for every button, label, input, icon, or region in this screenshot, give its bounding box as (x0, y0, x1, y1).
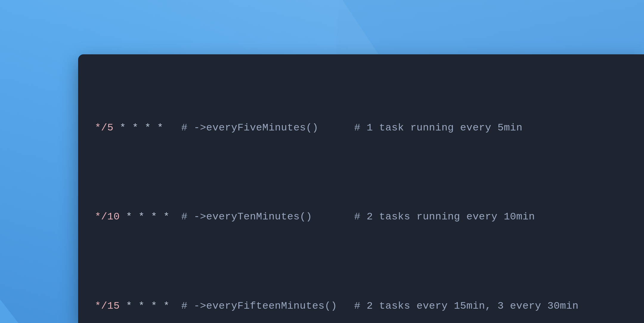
cron-rest-fields: * * * * (120, 211, 170, 222)
code-line: */5 * * * * # ->everyFiveMinutes() # 1 t… (95, 121, 627, 135)
cron-minute-field: */15 (95, 300, 120, 312)
cron-minute-field: */10 (95, 211, 120, 222)
code-line: */10 * * * * # ->everyTenMinutes() # 2 t… (95, 210, 627, 224)
description-comment: # 1 task running every 5min (354, 121, 522, 135)
terminal-window: */5 * * * * # ->everyFiveMinutes() # 1 t… (78, 54, 644, 323)
cron-rest-fields: * * * * (120, 300, 170, 312)
description-comment: # 2 tasks running every 10min (354, 210, 535, 224)
code-line: */15 * * * * # ->everyFifteenMinutes() #… (95, 299, 627, 313)
code-block[interactable]: */5 * * * * # ->everyFiveMinutes() # 1 t… (95, 78, 627, 323)
cron-expression: */10 * * * * (95, 210, 181, 224)
cron-expression: */15 * * * * (95, 299, 181, 313)
method-comment: # ->everyTenMinutes() (181, 210, 354, 224)
cron-expression: */5 * * * * (95, 121, 181, 135)
cron-rest-fields: * * * * (114, 122, 163, 133)
cron-minute-field: */5 (95, 122, 114, 133)
description-comment: # 2 tasks every 15min, 3 every 30min (354, 299, 579, 313)
method-comment: # ->everyFiveMinutes() (181, 121, 354, 135)
method-comment: # ->everyFifteenMinutes() (181, 299, 354, 313)
